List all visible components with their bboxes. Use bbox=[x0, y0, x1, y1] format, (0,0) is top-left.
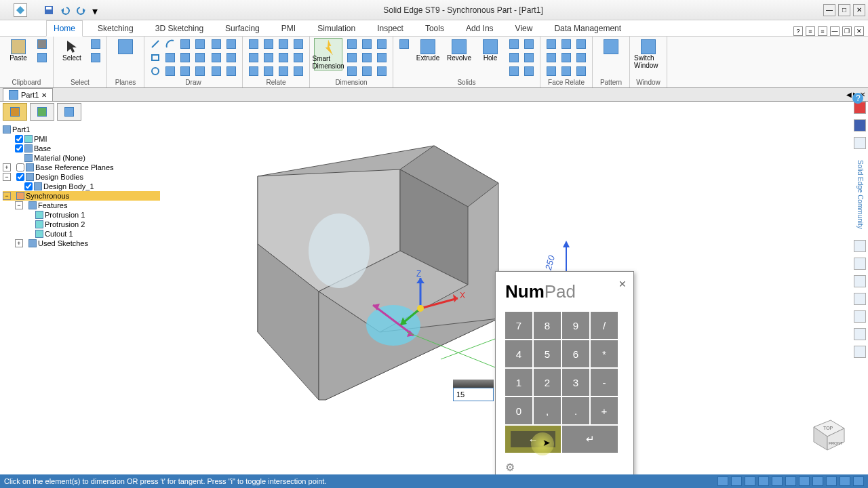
facebook-icon[interactable] bbox=[854, 119, 866, 131]
dim-9-icon[interactable] bbox=[375, 65, 389, 77]
circle-icon[interactable] bbox=[149, 65, 162, 77]
document-tab[interactable]: Part1 ✕ bbox=[3, 88, 53, 101]
tree-item[interactable]: Features bbox=[38, 201, 67, 209]
arc-icon[interactable] bbox=[163, 38, 177, 50]
tree-item[interactable]: Cutout 1 bbox=[45, 230, 73, 238]
draw-6-icon[interactable] bbox=[163, 52, 177, 64]
key-7[interactable]: 7 bbox=[505, 312, 532, 339]
relate-6-icon[interactable] bbox=[262, 52, 275, 64]
planes-button[interactable] bbox=[111, 38, 140, 54]
face-6-icon[interactable] bbox=[574, 52, 588, 64]
revolve-button[interactable]: Revolve bbox=[445, 38, 473, 62]
face-4-icon[interactable] bbox=[545, 52, 558, 64]
ribbon-opt-1-icon[interactable]: ≡ bbox=[806, 26, 815, 36]
key-4[interactable]: 4 bbox=[505, 340, 532, 367]
status-icon-5[interactable] bbox=[772, 476, 783, 486]
tree-item[interactable]: Design Bodies bbox=[35, 173, 83, 181]
undo-icon[interactable] bbox=[60, 5, 71, 16]
tree-check-pmi[interactable] bbox=[15, 135, 23, 143]
doc-close-icon[interactable]: ✕ bbox=[854, 26, 864, 36]
draw-11-icon[interactable] bbox=[178, 65, 192, 77]
draw-7-icon[interactable] bbox=[178, 52, 192, 64]
tree-check-base[interactable] bbox=[15, 144, 23, 152]
fillet-icon[interactable] bbox=[178, 38, 192, 50]
status-icon-6[interactable] bbox=[785, 476, 796, 486]
tab-add-ins[interactable]: Add Ins bbox=[459, 21, 500, 36]
tree-check-refplanes[interactable] bbox=[16, 163, 24, 171]
status-icon-10[interactable] bbox=[840, 476, 850, 486]
key-6[interactable]: 6 bbox=[562, 340, 589, 367]
collapse-icon[interactable]: − bbox=[3, 192, 11, 200]
extrude-button[interactable]: Extrude bbox=[414, 38, 442, 62]
key-2[interactable]: 2 bbox=[534, 369, 561, 396]
copy-icon[interactable] bbox=[35, 52, 49, 64]
status-icon-2[interactable] bbox=[731, 476, 742, 486]
relate-7-icon[interactable] bbox=[277, 52, 290, 64]
doc-restore-icon[interactable]: ❐ bbox=[842, 26, 852, 36]
status-icon-9[interactable] bbox=[826, 476, 837, 486]
line-icon[interactable] bbox=[149, 38, 162, 50]
solids-opt-1-icon[interactable] bbox=[397, 38, 411, 50]
tab-data-management[interactable]: Data Management bbox=[547, 21, 628, 36]
tree-item[interactable]: Protrusion 2 bbox=[45, 220, 85, 228]
relate-11-icon[interactable] bbox=[277, 65, 290, 77]
relate-2-icon[interactable] bbox=[262, 38, 275, 50]
side-icon-3[interactable] bbox=[854, 137, 866, 149]
dim-4-icon[interactable] bbox=[345, 52, 359, 64]
tree-item[interactable]: Base Reference Planes bbox=[35, 163, 114, 171]
tab-tools[interactable]: Tools bbox=[418, 21, 451, 36]
solids-6-icon[interactable] bbox=[522, 65, 536, 77]
face-1-icon[interactable] bbox=[545, 38, 558, 50]
numpad-settings-icon[interactable]: ⚙ bbox=[505, 461, 624, 474]
solids-3-icon[interactable] bbox=[507, 52, 521, 64]
key-minus[interactable]: - bbox=[591, 369, 618, 396]
tree-item[interactable]: Base bbox=[34, 144, 51, 152]
collapse-icon[interactable]: − bbox=[15, 201, 23, 209]
tree-item-synchronous[interactable]: Synchronous bbox=[26, 192, 69, 200]
draw-18-icon[interactable] bbox=[224, 65, 238, 77]
face-9-icon[interactable] bbox=[574, 65, 588, 77]
side-icon-4[interactable] bbox=[854, 240, 866, 252]
context-help-icon[interactable]: ? bbox=[852, 92, 864, 107]
side-icon-6[interactable] bbox=[854, 275, 866, 287]
draw-4-icon[interactable] bbox=[193, 38, 207, 50]
hole-button[interactable]: Hole bbox=[476, 38, 505, 62]
key-plus[interactable]: + bbox=[591, 397, 618, 424]
cut-icon[interactable] bbox=[35, 38, 49, 50]
expand-icon[interactable]: + bbox=[15, 239, 23, 247]
relate-9-icon[interactable] bbox=[247, 65, 260, 77]
face-8-icon[interactable] bbox=[559, 65, 573, 77]
status-icon-11[interactable] bbox=[853, 476, 864, 486]
dim-8-icon[interactable] bbox=[360, 65, 374, 77]
face-5-icon[interactable] bbox=[559, 52, 573, 64]
draw-16-icon[interactable] bbox=[224, 52, 238, 64]
key-3[interactable]: 3 bbox=[562, 369, 589, 396]
face-3-icon[interactable] bbox=[574, 38, 588, 50]
tab-sketching[interactable]: Sketching bbox=[91, 21, 140, 36]
select-button[interactable]: Select bbox=[58, 38, 86, 62]
relate-8-icon[interactable] bbox=[292, 52, 305, 64]
select-opt-1-icon[interactable] bbox=[89, 38, 102, 50]
tab-surfacing[interactable]: Surfacing bbox=[218, 21, 267, 36]
switch-window-button[interactable]: Switch Window bbox=[634, 38, 663, 69]
close-button[interactable]: ✕ bbox=[853, 4, 865, 16]
mode-btn-1[interactable] bbox=[3, 103, 27, 121]
tree-item[interactable]: Design Body_1 bbox=[43, 182, 94, 190]
tab-inspect[interactable]: Inspect bbox=[370, 21, 410, 36]
dimension-input-titlebar[interactable] bbox=[453, 380, 494, 388]
tab-pmi[interactable]: PMI bbox=[275, 21, 302, 36]
draw-13-icon[interactable] bbox=[210, 38, 223, 50]
key-dot[interactable]: . bbox=[562, 397, 589, 424]
mode-btn-2[interactable] bbox=[30, 103, 54, 121]
status-icon-7[interactable] bbox=[799, 476, 810, 486]
face-7-icon[interactable] bbox=[545, 65, 558, 77]
key-9[interactable]: 9 bbox=[562, 312, 589, 339]
help-icon[interactable]: ? bbox=[793, 26, 803, 36]
status-icon-3[interactable] bbox=[745, 476, 755, 486]
status-icon-1[interactable] bbox=[717, 476, 728, 486]
solids-2-icon[interactable] bbox=[522, 38, 536, 50]
key-8[interactable]: 8 bbox=[534, 312, 561, 339]
key-1[interactable]: 1 bbox=[505, 369, 532, 396]
relate-12-icon[interactable] bbox=[292, 65, 305, 77]
side-icon-9[interactable] bbox=[854, 328, 866, 340]
